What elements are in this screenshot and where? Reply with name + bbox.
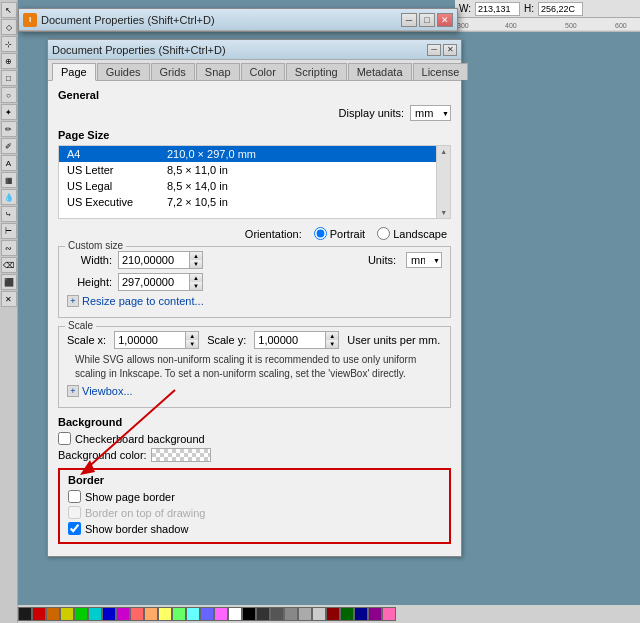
height-input[interactable] bbox=[119, 275, 189, 289]
bg-color-swatch[interactable] bbox=[151, 448, 211, 462]
show-border-checkbox[interactable] bbox=[68, 490, 81, 503]
tab-page[interactable]: Page bbox=[52, 63, 96, 81]
palette-item[interactable] bbox=[200, 607, 214, 621]
tab-scripting[interactable]: Scripting bbox=[286, 63, 347, 80]
palette-item[interactable] bbox=[88, 607, 102, 621]
tool-rect[interactable]: □ bbox=[1, 70, 17, 86]
scale-y-input[interactable]: ▲ ▼ bbox=[254, 331, 339, 349]
tool-gradient[interactable]: ▦ bbox=[1, 172, 17, 188]
general-label: General bbox=[58, 89, 451, 101]
palette-item[interactable] bbox=[312, 607, 326, 621]
palette-item[interactable] bbox=[298, 607, 312, 621]
scale-x-field[interactable] bbox=[115, 333, 185, 347]
tab-guides[interactable]: Guides bbox=[97, 63, 150, 80]
landscape-radio[interactable] bbox=[377, 227, 390, 240]
viewbox-btn[interactable]: + Viewbox... bbox=[67, 385, 442, 397]
width-up-btn[interactable]: ▲ bbox=[190, 252, 202, 260]
palette-item[interactable] bbox=[382, 607, 396, 621]
page-size-list[interactable]: A4 210,0 × 297,0 mm US Letter 8,5 × 11,0… bbox=[59, 146, 436, 218]
palette-item[interactable] bbox=[256, 607, 270, 621]
minimize-button[interactable]: ─ bbox=[401, 13, 417, 27]
tab-color[interactable]: Color bbox=[241, 63, 285, 80]
palette-item[interactable] bbox=[172, 607, 186, 621]
palette-item[interactable] bbox=[32, 607, 46, 621]
tool-pen[interactable]: ✏ bbox=[1, 121, 17, 137]
palette-item[interactable] bbox=[102, 607, 116, 621]
tool-measure[interactable]: ⊢ bbox=[1, 223, 17, 239]
tool-spray[interactable]: ∾ bbox=[1, 240, 17, 256]
height-spinbox[interactable]: ▲ ▼ bbox=[118, 273, 203, 291]
scale-x-up[interactable]: ▲ bbox=[186, 332, 198, 340]
scale-group: Scale Scale x: ▲ ▼ Scale y: ▲ bbox=[58, 326, 451, 408]
tab-snap[interactable]: Snap bbox=[196, 63, 240, 80]
scale-x-down[interactable]: ▼ bbox=[186, 340, 198, 348]
scale-y-down[interactable]: ▼ bbox=[326, 340, 338, 348]
portrait-radio[interactable] bbox=[314, 227, 327, 240]
maximize-button[interactable]: □ bbox=[419, 13, 435, 27]
page-size-item-uslegal[interactable]: US Legal 8,5 × 14,0 in bbox=[59, 178, 436, 194]
palette-item[interactable] bbox=[18, 607, 32, 621]
tool-pencil[interactable]: ✐ bbox=[1, 138, 17, 154]
tool-fill[interactable]: ⬛ bbox=[1, 274, 17, 290]
palette-item[interactable] bbox=[116, 607, 130, 621]
tool-connector[interactable]: ⤷ bbox=[1, 206, 17, 222]
palette-item[interactable] bbox=[228, 607, 242, 621]
palette-item[interactable] bbox=[270, 607, 284, 621]
inner-minimize-btn[interactable]: ─ bbox=[427, 44, 441, 56]
page-size-item-usexec[interactable]: US Executive 7,2 × 10,5 in bbox=[59, 194, 436, 210]
orientation-label: Orientation: bbox=[245, 228, 302, 240]
page-size-item-usletter[interactable]: US Letter 8,5 × 11,0 in bbox=[59, 162, 436, 178]
show-border-row: Show page border bbox=[68, 490, 441, 503]
display-units-select[interactable]: mm bbox=[410, 105, 451, 121]
palette-item[interactable] bbox=[144, 607, 158, 621]
tool-text[interactable]: A bbox=[1, 155, 17, 171]
palette-item[interactable] bbox=[60, 607, 74, 621]
palette-item[interactable] bbox=[158, 607, 172, 621]
landscape-radio-label[interactable]: Landscape bbox=[377, 227, 447, 240]
palette-item[interactable] bbox=[340, 607, 354, 621]
tool-x[interactable]: ✕ bbox=[1, 291, 17, 307]
tool-eyedrop[interactable]: 💧 bbox=[1, 189, 17, 205]
portrait-radio-label[interactable]: Portrait bbox=[314, 227, 365, 240]
width-input[interactable] bbox=[119, 253, 189, 267]
units-select[interactable]: mm bbox=[406, 252, 442, 268]
height-up-btn[interactable]: ▲ bbox=[190, 274, 202, 282]
show-shadow-checkbox[interactable] bbox=[68, 522, 81, 535]
page-size-item-a4[interactable]: A4 210,0 × 297,0 mm bbox=[59, 146, 436, 162]
border-on-top-checkbox[interactable] bbox=[68, 506, 81, 519]
width-down-btn[interactable]: ▼ bbox=[190, 260, 202, 268]
tool-circle[interactable]: ○ bbox=[1, 87, 17, 103]
tool-node[interactable]: ◇ bbox=[1, 19, 17, 35]
width-spinbox[interactable]: ▲ ▼ bbox=[118, 251, 203, 269]
units-label: Units: bbox=[368, 254, 396, 266]
height-down-btn[interactable]: ▼ bbox=[190, 282, 202, 290]
palette-item[interactable] bbox=[368, 607, 382, 621]
tool-eraser[interactable]: ⌫ bbox=[1, 257, 17, 273]
palette-item[interactable] bbox=[326, 607, 340, 621]
inner-close-btn[interactable]: ✕ bbox=[443, 44, 457, 56]
palette-item[interactable] bbox=[354, 607, 368, 621]
scale-y-field[interactable] bbox=[255, 333, 325, 347]
list-scrollbar[interactable]: ▲ ▼ bbox=[436, 146, 450, 218]
tool-select[interactable]: ⊹ bbox=[1, 36, 17, 52]
tab-grids[interactable]: Grids bbox=[151, 63, 195, 80]
tool-star[interactable]: ✦ bbox=[1, 104, 17, 120]
tab-license[interactable]: License bbox=[413, 63, 469, 80]
scale-x-input[interactable]: ▲ ▼ bbox=[114, 331, 199, 349]
palette-item[interactable] bbox=[186, 607, 200, 621]
tool-arrow[interactable]: ↖ bbox=[1, 2, 17, 18]
h-input[interactable]: 256,22C bbox=[538, 2, 583, 16]
palette-item[interactable] bbox=[284, 607, 298, 621]
w-input[interactable]: 213,131 bbox=[475, 2, 520, 16]
palette-item[interactable] bbox=[242, 607, 256, 621]
palette-item[interactable] bbox=[130, 607, 144, 621]
close-button[interactable]: ✕ bbox=[437, 13, 453, 27]
tool-zoom[interactable]: ⊕ bbox=[1, 53, 17, 69]
palette-item[interactable] bbox=[74, 607, 88, 621]
palette-item[interactable] bbox=[46, 607, 60, 621]
palette-item[interactable] bbox=[214, 607, 228, 621]
tab-metadata[interactable]: Metadata bbox=[348, 63, 412, 80]
resize-page-btn[interactable]: + Resize page to content... bbox=[67, 295, 442, 307]
scale-y-up[interactable]: ▲ bbox=[326, 332, 338, 340]
checkerboard-checkbox[interactable] bbox=[58, 432, 71, 445]
